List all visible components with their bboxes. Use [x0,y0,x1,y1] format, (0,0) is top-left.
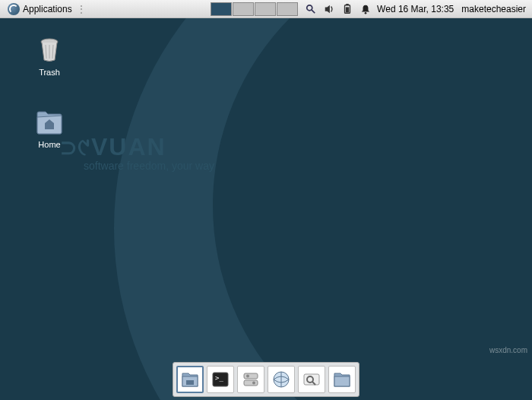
applications-menu[interactable]: Applications ⋮ [3,2,90,17]
svg-marker-2 [325,5,330,13]
top-panel: Applications ⋮ Wed 16 Mar, 13:35 maketec… [0,0,532,18]
watermark: wsxdn.com [489,346,527,354]
menu-separator: ⋮ [77,4,86,14]
dock-search[interactable] [298,366,325,393]
dock-terminal[interactable]: >_ [207,366,234,393]
svg-rect-4 [346,4,349,5]
svg-point-6 [365,11,367,14]
svg-rect-24 [334,376,350,386]
user-menu[interactable]: maketecheasier [461,4,526,14]
distro-tagline: software freedom, your way [84,160,214,172]
dock-browser[interactable] [268,366,295,393]
settings-icon [241,370,261,389]
desktop-icon-home[interactable]: Home [23,106,76,149]
desktop-wallpaper: ⊃୯VUAN software freedom, your way [0,0,532,400]
workspace-3[interactable] [255,2,276,16]
svg-rect-12 [186,380,194,385]
distro-logo-text: ⊃୯VUAN [61,133,166,161]
svg-point-18 [252,382,255,385]
svg-point-17 [246,375,249,378]
folder-icon [332,370,352,389]
volume-icon[interactable] [324,4,334,14]
system-tray [306,4,371,14]
devuan-logo-icon [8,3,20,15]
search-icon[interactable] [306,4,316,14]
workspace-2[interactable] [233,2,254,16]
workspace-pager [211,2,298,16]
clock[interactable]: Wed 16 Mar, 13:35 [377,4,454,14]
svg-point-0 [307,5,312,10]
terminal-icon: >_ [211,370,230,389]
svg-rect-15 [244,373,258,379]
search-app-icon [302,370,321,389]
svg-rect-5 [346,7,349,12]
desktop-icon-trash[interactable]: Trash [23,34,76,77]
file-manager-icon [180,370,200,389]
svg-line-1 [312,9,315,12]
dock-settings[interactable] [237,366,264,393]
battery-icon[interactable] [342,4,353,14]
desktop-icon-label: Home [23,140,76,149]
bell-icon[interactable] [360,4,371,14]
dock-folder[interactable] [328,366,356,393]
dock-file-manager[interactable] [176,366,204,393]
trash-icon [34,34,65,65]
workspace-4[interactable] [277,2,298,16]
home-folder-icon [34,106,65,137]
workspace-1[interactable] [211,2,232,16]
dock: >_ [173,362,359,397]
web-browser-icon [271,370,291,389]
svg-rect-16 [244,380,258,386]
applications-menu-label: Applications [23,4,72,14]
desktop-icon-label: Trash [23,68,76,77]
svg-text:>_: >_ [215,374,223,382]
